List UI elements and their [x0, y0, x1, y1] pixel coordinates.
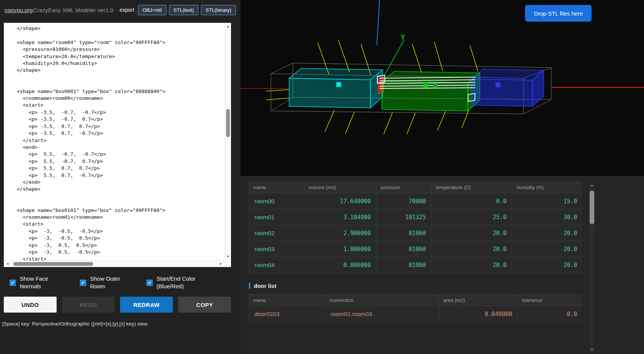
door-table: name connection area (m2) tolerance door…	[249, 294, 582, 322]
door-name: door0203	[249, 306, 325, 322]
section-title-text: door list	[254, 283, 276, 289]
y-axis-label: Y	[400, 33, 405, 41]
door-list-title: door list	[249, 282, 582, 289]
checkbox-checked-icon[interactable]: ✓	[80, 280, 86, 286]
door-connection: room02,room03	[325, 306, 439, 322]
door-table-header: name connection area (m2) tolerance	[249, 295, 582, 306]
checkbox-show-face-normals[interactable]: ✓ Show Face Normals	[9, 275, 54, 290]
room-temperature: 25.0	[432, 209, 512, 225]
undo-button[interactable]: UNDO	[4, 297, 57, 313]
header-bar: cooyou.org CrazyEasy XML Modeler ver1.0 …	[0, 0, 241, 20]
room-table-header: name volume (m3) pressure temperature (C…	[249, 182, 582, 193]
column-header: pressure	[377, 182, 432, 193]
room-pressure: 81060	[377, 225, 432, 241]
room-table: name volume (m3) pressure temperature (C…	[249, 182, 582, 273]
room-marker-green	[423, 82, 428, 87]
redo-button[interactable]: REDO	[62, 297, 115, 313]
room-marker-cyan	[336, 82, 341, 87]
editor-vertical-scrollbar[interactable]: ▲ ▼	[225, 23, 231, 261]
panel-content: name volume (m3) pressure temperature (C…	[249, 182, 582, 322]
room-temperature: 0.0	[432, 193, 512, 209]
room-humidity: 20.0	[512, 257, 582, 273]
column-header: humidity (%)	[512, 182, 582, 193]
room-table-row: room00 17.640000 70000 0.0 15.0	[249, 193, 582, 209]
viewport-3d[interactable]: Y Drop STL files here	[241, 0, 644, 176]
z-axis-line	[377, 0, 380, 45]
scroll-down-arrow-icon[interactable]: ▼	[589, 347, 595, 352]
room-name: room00	[249, 193, 304, 209]
room-volume: 0.000000	[304, 257, 377, 273]
room-table-row: room04 0.000000 81060 20.0 20.0	[249, 257, 582, 273]
room-pressure: 101325	[377, 209, 432, 225]
viewport-scene: Y	[241, 0, 644, 176]
checkbox-label: Start/End Color (Blue/Red)	[157, 275, 206, 290]
door-table-row: door0203 room02,room03 0.040000 0.0	[249, 306, 582, 322]
room-volume: 2.900000	[304, 225, 377, 241]
redraw-button[interactable]: REDRAW	[120, 297, 173, 313]
column-header: area (m2)	[439, 295, 518, 306]
checkbox-show-outer-room[interactable]: ✓ Show Outer Room	[80, 275, 124, 290]
editor-vscroll-thumb[interactable]	[226, 109, 230, 137]
site-link[interactable]: cooyou.org	[5, 7, 33, 13]
app-title: CrazyEasy XML Modeler ver1.0	[33, 7, 113, 13]
room-marker-green-small	[434, 84, 437, 87]
blue-room-box	[472, 69, 544, 106]
room-volume: 17.640000	[304, 193, 377, 209]
y-axis-line	[385, 40, 404, 74]
room-humidity: 20.0	[512, 225, 582, 241]
scroll-left-arrow-icon[interactable]: ◄	[5, 261, 11, 267]
copy-button[interactable]: COPY	[178, 297, 231, 313]
cyan-room-box	[289, 68, 383, 108]
drop-stl-button[interactable]: Drop STL files here	[525, 5, 592, 22]
column-header: temperature (C)	[432, 182, 512, 193]
room-name: room02	[249, 225, 304, 241]
export-stl-binary-button[interactable]: STL(binary)	[201, 5, 236, 15]
room-temperature: 20.0	[432, 257, 512, 273]
scroll-up-arrow-icon[interactable]: ▲	[225, 24, 231, 30]
room-temperature: 20.0	[432, 241, 512, 257]
scroll-down-arrow-icon[interactable]: ▼	[225, 254, 231, 260]
section-accent-bar	[249, 283, 250, 289]
room-marker-blue	[495, 82, 500, 87]
checkbox-label: Show Outer Room	[90, 275, 124, 290]
room-volume: 3.104000	[304, 209, 377, 225]
column-header: name	[249, 182, 304, 193]
scroll-right-arrow-icon[interactable]: ►	[218, 261, 224, 267]
panel-vscroll-thumb[interactable]	[590, 191, 594, 224]
data-panel: name volume (m3) pressure temperature (C…	[241, 176, 644, 354]
room-pressure: 81060	[377, 257, 432, 273]
editor-hscroll-thumb[interactable]	[13, 262, 93, 266]
export-label: export	[119, 7, 134, 13]
room-table-row: room03 1.800000 81060 20.0 20.0	[249, 241, 582, 257]
options-row: ✓ Show Face Normals ✓ Show Outer Room ✓ …	[0, 272, 241, 296]
export-stl-text-button[interactable]: STL(text)	[169, 5, 198, 15]
room-table-row: room02 2.900000 81060 20.0 20.0	[249, 225, 582, 241]
xml-editor: ▲ ▼ ◄ ►	[4, 23, 231, 267]
column-header: volume (m3)	[304, 182, 377, 193]
editor-horizontal-scrollbar[interactable]: ◄ ►	[4, 261, 225, 267]
room-table-row: room01 3.104000 101325 25.0 30.0	[249, 209, 582, 225]
room-volume: 1.800000	[304, 241, 377, 257]
room-humidity: 20.0	[512, 241, 582, 257]
checkbox-checked-icon[interactable]: ✓	[9, 280, 16, 286]
room-pressure: 81060	[377, 241, 432, 257]
column-header: connection	[325, 295, 439, 306]
checkbox-checked-icon[interactable]: ✓	[146, 280, 153, 286]
check-icon: ✓	[147, 280, 152, 285]
column-header: name	[249, 295, 325, 306]
room-humidity: 30.0	[512, 209, 582, 225]
column-header: tolerance	[518, 295, 582, 306]
left-pane: cooyou.org CrazyEasy XML Modeler ver1.0 …	[0, 0, 241, 354]
panel-vertical-scrollbar[interactable]: ▲ ▼	[589, 182, 595, 353]
xml-editor-content[interactable]	[4, 23, 225, 261]
checkbox-start-end-color[interactable]: ✓ Start/End Color (Blue/Red)	[146, 275, 206, 290]
scroll-up-arrow-icon[interactable]: ▲	[589, 183, 595, 188]
check-icon: ✓	[11, 280, 15, 285]
door-area: 0.040000	[439, 306, 518, 322]
export-obj-mtl-button[interactable]: OBJ+mtl	[138, 5, 166, 15]
status-bar: [Space] key: Perspective/Orthographic ([…	[2, 321, 147, 327]
door-tolerance: 0.0	[518, 306, 582, 322]
room-name: room01	[249, 209, 304, 225]
room-name: room03	[249, 241, 304, 257]
check-icon: ✓	[81, 280, 85, 285]
